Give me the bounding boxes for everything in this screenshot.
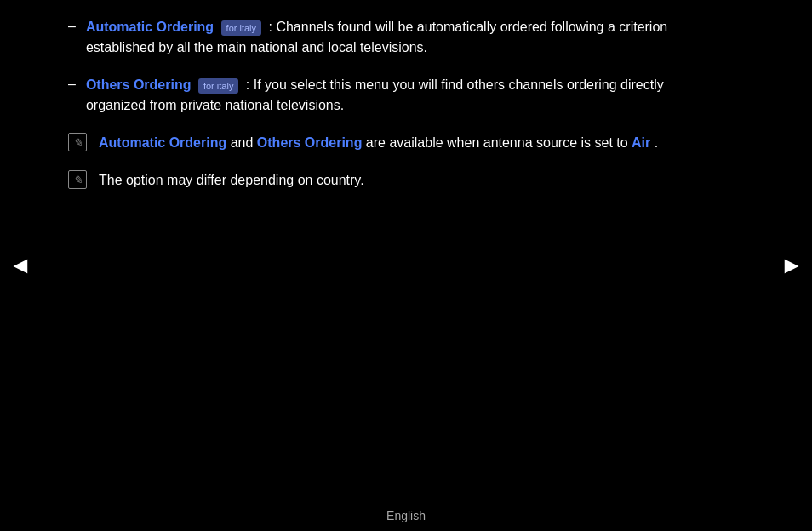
badge-for-italy-2: for italy (198, 78, 238, 94)
note-icon-1: ✎ (68, 133, 87, 151)
bullet-item-1: – Automatic Ordering for italy : Channel… (68, 17, 698, 58)
term-others-ordering-2: Others Ordering (257, 135, 363, 150)
note-item-2: ✎ The option may differ depending on cou… (68, 170, 698, 191)
badge-for-italy-1: for italy (221, 20, 261, 37)
term-automatic-ordering-1: Automatic Ordering (86, 20, 214, 34)
note-text-after: are available when antenna source is set… (366, 135, 632, 150)
note-text-1: Automatic Ordering and Others Ordering a… (99, 133, 658, 153)
nav-prev-button[interactable]: ◄ (9, 252, 32, 279)
bullet-text-2: Others Ordering for italy : If you selec… (86, 75, 698, 116)
main-content: – Automatic Ordering for italy : Channel… (0, 0, 766, 259)
term-others-ordering-1: Others Ordering (86, 77, 192, 92)
note-icon-2: ✎ (68, 170, 87, 189)
bullet-item-2: – Others Ordering for italy : If you sel… (68, 75, 698, 116)
term-air: Air (632, 135, 650, 150)
footer-language: English (386, 509, 426, 522)
note-conjunction: and (231, 135, 257, 150)
note-text-end: . (655, 135, 658, 150)
term-automatic-ordering-2: Automatic Ordering (99, 135, 226, 150)
note-text-2: The option may differ depending on count… (99, 170, 364, 191)
bullet-dash-1: – (68, 19, 76, 34)
nav-next-button[interactable]: ► (780, 252, 803, 279)
bullet-dash-2: – (68, 77, 76, 92)
note-item-1: ✎ Automatic Ordering and Others Ordering… (68, 133, 698, 153)
bullet-text-1: Automatic Ordering for italy : Channels … (86, 17, 698, 58)
